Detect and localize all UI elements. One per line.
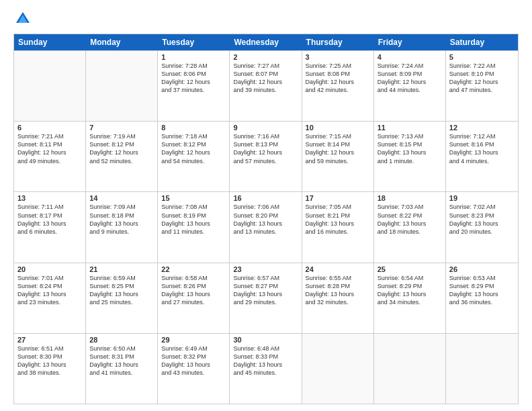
- day-number: 26: [449, 265, 515, 273]
- calendar-cell-4-2: 29Sunrise: 6:49 AMSunset: 8:32 PMDayligh…: [158, 334, 230, 404]
- day-number: 24: [306, 265, 370, 273]
- day-number: 19: [449, 194, 515, 202]
- calendar-body: 1Sunrise: 7:28 AMSunset: 8:06 PMDaylight…: [14, 50, 518, 404]
- header-day-sunday: Sunday: [14, 34, 86, 50]
- cell-info: Sunrise: 7:05 AMSunset: 8:21 PMDaylight:…: [306, 203, 370, 236]
- calendar-row-3: 20Sunrise: 7:01 AMSunset: 8:24 PMDayligh…: [14, 263, 518, 333]
- cell-info: Sunrise: 7:15 AMSunset: 8:14 PMDaylight:…: [306, 132, 370, 165]
- day-number: 29: [161, 336, 226, 344]
- day-number: 17: [306, 194, 370, 202]
- calendar-cell-2-5: 18Sunrise: 7:03 AMSunset: 8:22 PMDayligh…: [374, 192, 446, 262]
- cell-info: Sunrise: 7:21 AMSunset: 8:11 PMDaylight:…: [17, 132, 82, 165]
- day-number: 25: [378, 265, 442, 273]
- cell-info: Sunrise: 6:58 AMSunset: 8:26 PMDaylight:…: [161, 274, 226, 307]
- calendar-cell-1-2: 8Sunrise: 7:18 AMSunset: 8:12 PMDaylight…: [158, 122, 230, 191]
- calendar-cell-4-3: 30Sunrise: 6:48 AMSunset: 8:33 PMDayligh…: [230, 334, 302, 404]
- day-number: 21: [89, 265, 154, 273]
- header-day-tuesday: Tuesday: [158, 34, 230, 50]
- calendar-row-0: 1Sunrise: 7:28 AMSunset: 8:06 PMDaylight…: [14, 50, 518, 121]
- calendar-cell-2-6: 19Sunrise: 7:02 AMSunset: 8:23 PMDayligh…: [446, 192, 518, 262]
- cell-info: Sunrise: 7:25 AMSunset: 8:08 PMDaylight:…: [306, 62, 370, 95]
- cell-info: Sunrise: 7:02 AMSunset: 8:23 PMDaylight:…: [449, 203, 515, 236]
- day-number: 9: [233, 124, 298, 132]
- calendar-cell-0-5: 4Sunrise: 7:24 AMSunset: 8:09 PMDaylight…: [374, 51, 446, 121]
- calendar-cell-0-0: [14, 51, 86, 121]
- calendar-row-1: 6Sunrise: 7:21 AMSunset: 8:11 PMDaylight…: [14, 121, 518, 191]
- page: SundayMondayTuesdayWednesdayThursdayFrid…: [0, 0, 532, 411]
- calendar-cell-1-0: 6Sunrise: 7:21 AMSunset: 8:11 PMDaylight…: [14, 122, 86, 191]
- cell-info: Sunrise: 6:54 AMSunset: 8:29 PMDaylight:…: [378, 274, 442, 307]
- calendar-cell-3-2: 22Sunrise: 6:58 AMSunset: 8:26 PMDayligh…: [158, 263, 230, 333]
- calendar-cell-1-1: 7Sunrise: 7:19 AMSunset: 8:12 PMDaylight…: [86, 122, 158, 191]
- calendar-cell-1-4: 10Sunrise: 7:15 AMSunset: 8:14 PMDayligh…: [302, 122, 374, 191]
- day-number: 8: [161, 124, 226, 132]
- header-day-thursday: Thursday: [302, 34, 374, 50]
- cell-info: Sunrise: 7:09 AMSunset: 8:18 PMDaylight:…: [89, 203, 154, 236]
- cell-info: Sunrise: 6:50 AMSunset: 8:31 PMDaylight:…: [89, 345, 154, 377]
- calendar-cell-2-2: 15Sunrise: 7:08 AMSunset: 8:19 PMDayligh…: [158, 192, 230, 262]
- cell-info: Sunrise: 7:08 AMSunset: 8:19 PMDaylight:…: [161, 203, 226, 236]
- cell-info: Sunrise: 6:59 AMSunset: 8:25 PMDaylight:…: [89, 274, 154, 307]
- header: [13, 11, 519, 27]
- calendar: SundayMondayTuesdayWednesdayThursdayFrid…: [13, 34, 519, 404]
- calendar-cell-3-3: 23Sunrise: 6:57 AMSunset: 8:27 PMDayligh…: [230, 263, 302, 333]
- day-number: 7: [89, 124, 154, 132]
- calendar-cell-0-3: 2Sunrise: 7:27 AMSunset: 8:07 PMDaylight…: [230, 51, 302, 121]
- calendar-cell-0-4: 3Sunrise: 7:25 AMSunset: 8:08 PMDaylight…: [302, 51, 374, 121]
- calendar-cell-2-0: 13Sunrise: 7:11 AMSunset: 8:17 PMDayligh…: [14, 192, 86, 262]
- calendar-row-4: 27Sunrise: 6:51 AMSunset: 8:30 PMDayligh…: [14, 333, 518, 404]
- calendar-cell-3-4: 24Sunrise: 6:55 AMSunset: 8:28 PMDayligh…: [302, 263, 374, 333]
- calendar-cell-4-6: [446, 334, 518, 404]
- day-number: 13: [17, 194, 82, 202]
- calendar-cell-3-6: 26Sunrise: 6:53 AMSunset: 8:29 PMDayligh…: [446, 263, 518, 333]
- calendar-cell-3-0: 20Sunrise: 7:01 AMSunset: 8:24 PMDayligh…: [14, 263, 86, 333]
- cell-info: Sunrise: 7:22 AMSunset: 8:10 PMDaylight:…: [449, 62, 515, 95]
- calendar-cell-1-6: 12Sunrise: 7:12 AMSunset: 8:16 PMDayligh…: [446, 122, 518, 191]
- cell-info: Sunrise: 7:19 AMSunset: 8:12 PMDaylight:…: [89, 132, 154, 165]
- calendar-header: SundayMondayTuesdayWednesdayThursdayFrid…: [14, 34, 518, 50]
- calendar-cell-0-2: 1Sunrise: 7:28 AMSunset: 8:06 PMDaylight…: [158, 51, 230, 121]
- day-number: 5: [449, 53, 515, 61]
- day-number: 22: [161, 265, 226, 273]
- header-day-wednesday: Wednesday: [230, 34, 302, 50]
- cell-info: Sunrise: 6:49 AMSunset: 8:32 PMDaylight:…: [161, 345, 226, 377]
- calendar-cell-3-5: 25Sunrise: 6:54 AMSunset: 8:29 PMDayligh…: [374, 263, 446, 333]
- day-number: 1: [161, 53, 226, 61]
- header-day-saturday: Saturday: [446, 34, 518, 50]
- day-number: 15: [161, 194, 226, 202]
- day-number: 18: [378, 194, 442, 202]
- cell-info: Sunrise: 6:51 AMSunset: 8:30 PMDaylight:…: [17, 345, 82, 377]
- cell-info: Sunrise: 7:11 AMSunset: 8:17 PMDaylight:…: [17, 203, 82, 236]
- calendar-cell-2-1: 14Sunrise: 7:09 AMSunset: 8:18 PMDayligh…: [86, 192, 158, 262]
- day-number: 2: [233, 53, 298, 61]
- cell-info: Sunrise: 7:16 AMSunset: 8:13 PMDaylight:…: [233, 132, 298, 165]
- cell-info: Sunrise: 7:01 AMSunset: 8:24 PMDaylight:…: [17, 274, 82, 307]
- day-number: 30: [233, 336, 298, 344]
- calendar-cell-1-5: 11Sunrise: 7:13 AMSunset: 8:15 PMDayligh…: [374, 122, 446, 191]
- calendar-cell-0-1: [86, 51, 158, 121]
- calendar-row-2: 13Sunrise: 7:11 AMSunset: 8:17 PMDayligh…: [14, 191, 518, 262]
- cell-info: Sunrise: 7:03 AMSunset: 8:22 PMDaylight:…: [378, 203, 442, 236]
- logo: [13, 11, 32, 27]
- day-number: 23: [233, 265, 298, 273]
- cell-info: Sunrise: 6:57 AMSunset: 8:27 PMDaylight:…: [233, 274, 298, 307]
- day-number: 6: [17, 124, 82, 132]
- calendar-cell-4-4: [302, 334, 374, 404]
- logo-icon: [15, 11, 31, 27]
- calendar-cell-3-1: 21Sunrise: 6:59 AMSunset: 8:25 PMDayligh…: [86, 263, 158, 333]
- day-number: 11: [378, 124, 442, 132]
- day-number: 12: [449, 124, 515, 132]
- cell-info: Sunrise: 7:06 AMSunset: 8:20 PMDaylight:…: [233, 203, 298, 236]
- calendar-cell-0-6: 5Sunrise: 7:22 AMSunset: 8:10 PMDaylight…: [446, 51, 518, 121]
- calendar-cell-4-1: 28Sunrise: 6:50 AMSunset: 8:31 PMDayligh…: [86, 334, 158, 404]
- calendar-cell-2-3: 16Sunrise: 7:06 AMSunset: 8:20 PMDayligh…: [230, 192, 302, 262]
- cell-info: Sunrise: 7:12 AMSunset: 8:16 PMDaylight:…: [449, 132, 515, 165]
- cell-info: Sunrise: 7:18 AMSunset: 8:12 PMDaylight:…: [161, 132, 226, 165]
- day-number: 20: [17, 265, 82, 273]
- cell-info: Sunrise: 7:28 AMSunset: 8:06 PMDaylight:…: [161, 62, 226, 95]
- day-number: 27: [17, 336, 82, 344]
- cell-info: Sunrise: 7:24 AMSunset: 8:09 PMDaylight:…: [378, 62, 442, 95]
- calendar-cell-4-5: [374, 334, 446, 404]
- cell-info: Sunrise: 6:55 AMSunset: 8:28 PMDaylight:…: [306, 274, 370, 307]
- day-number: 3: [306, 53, 370, 61]
